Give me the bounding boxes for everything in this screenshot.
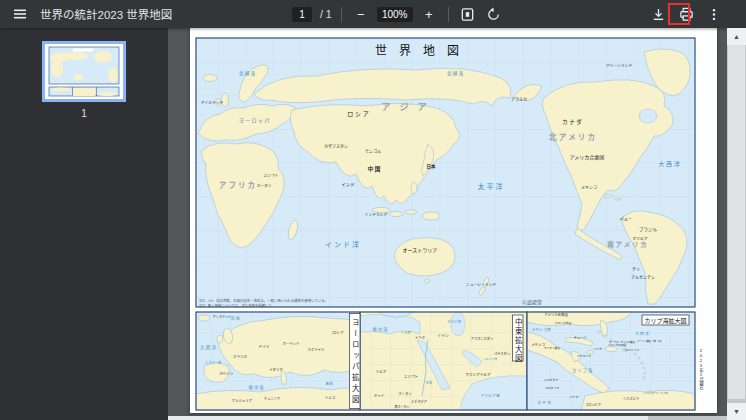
map-label: アメリカ合衆国 — [544, 312, 568, 317]
map-label: 太 平 洋 — [478, 182, 503, 191]
map-label: グリーンランド — [606, 63, 633, 68]
inset-title-caribbean: カリブ海拡大図 — [642, 315, 689, 325]
map-label: ア ジ ア — [381, 102, 426, 112]
world-map-svg: ヨーロッパ拡大図 中東拡大図 カリブ海拡大図 世 界 地 図 Ⓒ武揚堂 注1）（… — [190, 28, 717, 413]
map-label: 北 海 — [230, 315, 239, 321]
map-label: ウクライナ — [308, 347, 325, 352]
inset-title-middle-east: 中東拡大図 — [513, 315, 524, 364]
map-label: シリア — [401, 330, 411, 335]
map-label: コスタリカ — [545, 386, 559, 390]
download-icon — [651, 7, 666, 22]
page-thumbnail[interactable] — [42, 41, 126, 102]
map-label: 日本 — [427, 163, 436, 170]
map-label: ビスケー湾 — [205, 360, 222, 365]
more-vertical-icon — [707, 7, 721, 22]
horizontal-scrollbar[interactable] — [168, 416, 727, 420]
map-label: アラビア海 — [481, 393, 500, 398]
map-label: アラスカ — [511, 96, 527, 102]
map-label: チュニジア — [264, 396, 280, 401]
map-label: 北 極 海 — [447, 70, 464, 77]
map-label: オーストラリア — [403, 247, 438, 254]
map-title: 世 界 地 図 — [375, 44, 459, 58]
map-label: 南スーダン — [394, 404, 409, 409]
map-label: 南 ア メ リ カ — [607, 240, 647, 249]
page-number-input[interactable] — [292, 7, 312, 22]
more-options-button[interactable] — [704, 4, 724, 24]
hamburger-icon — [13, 7, 27, 21]
toolbar-divider — [448, 7, 449, 22]
zoom-out-button[interactable]: − — [351, 4, 371, 24]
map-label: バージン諸島（米・英） — [637, 339, 663, 343]
map-label: インドネシア — [365, 212, 388, 217]
map-label: エジプト — [263, 173, 278, 178]
map-label: ハイチ — [594, 347, 603, 351]
map-label: ペルシャ湾 — [483, 357, 497, 361]
map-label: パナマ — [570, 395, 579, 399]
map-label: イタリア — [269, 367, 283, 372]
map-label: チリ — [632, 267, 640, 272]
inset-title-europe-label: ヨーロッパ拡大図 — [350, 318, 359, 406]
print-button[interactable] — [676, 4, 696, 24]
map-note-line1: 注1）（＊）印は首都。本図の国名・地名は，一般に用いられる通称を使用している。 — [199, 298, 328, 303]
fit-page-button[interactable] — [458, 4, 478, 24]
map-label: サウジアラビア — [465, 372, 491, 377]
vertical-scrollbar-thumb[interactable] — [728, 45, 745, 399]
map-label: ベネズエラ — [623, 396, 639, 401]
map-label: アメリカ合衆国 — [570, 154, 605, 161]
map-label: キューバ — [574, 336, 588, 340]
toolbar-divider — [341, 7, 342, 22]
inset-title-middle-east-label: 中東拡大図 — [513, 317, 522, 363]
map-label: 地 中 海 — [373, 326, 389, 333]
map-label: 北 極 海 — [239, 70, 256, 77]
document-title: 世界の統計2023 世界地図 — [40, 6, 172, 22]
toolbar-right-actions — [648, 0, 724, 28]
map-label: エジプト — [404, 374, 419, 379]
map-note-line2: 注2）島・地域については，主な名称を掲載した。 — [199, 303, 275, 308]
arrow-down-icon: ▼ — [733, 408, 740, 415]
arrow-up-icon: ▲ — [733, 33, 740, 40]
rotate-ccw-icon — [486, 7, 501, 22]
map-label: 地 中 海 — [249, 384, 265, 391]
map-label: メキシコ湾 — [532, 327, 551, 332]
map-label: 太 平 洋 — [537, 400, 551, 405]
thumbnail-map-preview — [45, 44, 123, 99]
hamburger-menu-button[interactable] — [10, 4, 30, 24]
map-label: ケイマン諸島 — [544, 346, 560, 350]
map-label: カスピ海 — [447, 319, 461, 324]
zoom-in-button[interactable]: + — [419, 4, 439, 24]
map-label: アフガニスタン — [471, 336, 493, 341]
map-label: ニュージーランド — [466, 282, 497, 287]
print-icon — [679, 7, 694, 22]
map-label: 大 西 洋 — [200, 344, 217, 351]
map-label: スーダン — [398, 391, 412, 396]
zoom-level-display: 100% — [377, 7, 413, 22]
map-label: 中 国 — [368, 165, 381, 173]
map-label: ブラジル — [639, 226, 657, 233]
scroll-up-button[interactable]: ▲ — [727, 28, 746, 45]
horizontal-scrollbar-thumb[interactable] — [168, 416, 648, 420]
scroll-down-button[interactable]: ▼ — [727, 403, 746, 420]
download-button[interactable] — [648, 4, 668, 24]
map-label: ドイツ — [259, 345, 270, 349]
map-label: イ ン ド 洋 — [325, 240, 359, 249]
map-label: カ リ ブ 海 — [572, 367, 593, 374]
map-label: ボリビア — [632, 236, 647, 241]
map-label: トルコ — [325, 396, 335, 400]
map-label: アルゼンチン — [631, 274, 655, 280]
vertical-scrollbar[interactable]: ▲ ▼ — [727, 28, 746, 420]
page-count-label: / 1 — [320, 8, 332, 20]
map-label: アルジェリア — [232, 398, 253, 403]
map-label: プエルトリコ — [623, 348, 639, 352]
map-label: パキスタン — [494, 351, 510, 356]
map-label: トリニダード・トバゴ — [644, 391, 669, 395]
map-label: 紅海 — [426, 380, 432, 385]
pdf-page[interactable]: ヨーロッパ拡大図 中東拡大図 カリブ海拡大図 世 界 地 図 Ⓒ武揚堂 注1）（… — [190, 28, 717, 413]
map-label: アイスランド — [201, 100, 224, 105]
map-label: ジャマイカ — [577, 354, 591, 358]
map-label: ロ シ ア — [347, 111, 368, 117]
inset-title-caribbean-label: カリブ海拡大図 — [644, 317, 686, 325]
map-label: 大 西 洋 — [635, 331, 649, 336]
map-label: 大 西 洋 — [658, 160, 679, 168]
rotate-button[interactable] — [484, 4, 504, 24]
map-label: コロンビア — [585, 402, 601, 407]
